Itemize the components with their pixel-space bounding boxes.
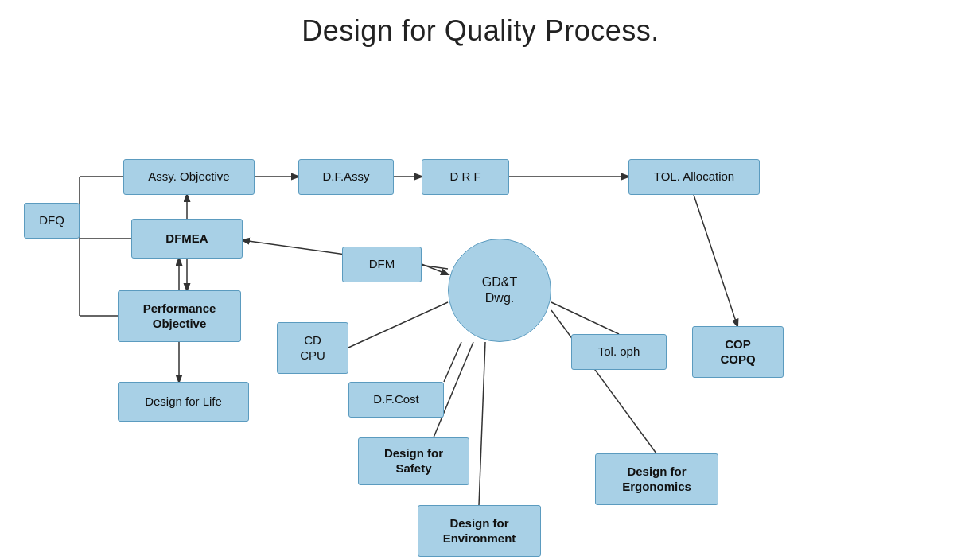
- svg-line-14: [348, 302, 448, 348]
- node-dfcost: D.F.Cost: [348, 382, 444, 418]
- node-dfm: DFM: [342, 247, 422, 282]
- node-assy_obj: Assy. Objective: [123, 159, 255, 195]
- svg-line-13: [422, 264, 448, 274]
- node-drf: D R F: [422, 159, 509, 195]
- diagram-container: DFQAssy. ObjectiveDFMEAPerformanceObject…: [0, 64, 961, 560]
- node-dfassy: D.F.Assy: [298, 159, 394, 195]
- node-design_env: Design forEnvironment: [418, 505, 541, 557]
- node-tol_oph: Tol. oph: [571, 334, 667, 370]
- svg-line-15: [444, 342, 461, 382]
- node-gdt: GD&TDwg.: [448, 239, 551, 342]
- svg-line-19: [551, 310, 656, 453]
- node-dfmea: DFMEA: [131, 219, 243, 259]
- node-design_ergo: Design forErgonomics: [595, 453, 718, 505]
- node-design_life: Design for Life: [118, 382, 249, 422]
- node-design_safety: Design forSafety: [358, 438, 469, 485]
- node-dfq: DFQ: [24, 203, 80, 239]
- node-tol_alloc: TOL. Allocation: [628, 159, 760, 195]
- svg-line-7: [694, 195, 737, 326]
- node-perf_obj: PerformanceObjective: [118, 290, 241, 342]
- node-cd_cpu: CDCPU: [277, 322, 348, 374]
- svg-line-18: [551, 302, 619, 334]
- node-cop_copq: COPCOPQ: [692, 326, 784, 378]
- page-title: Design for Quality Process.: [0, 0, 961, 48]
- svg-line-17: [479, 342, 485, 505]
